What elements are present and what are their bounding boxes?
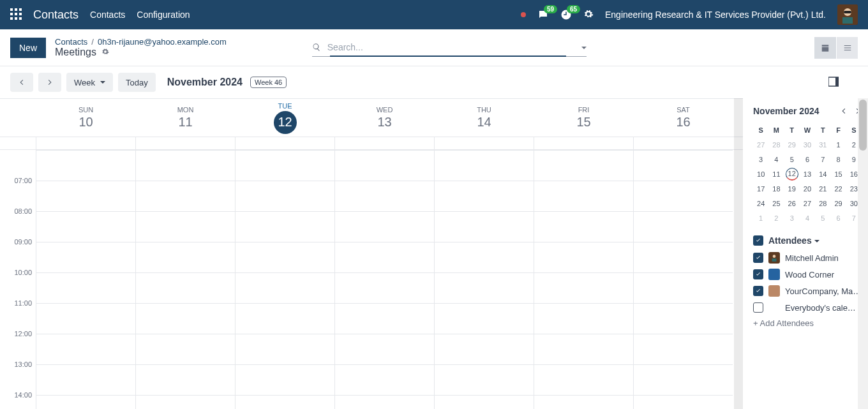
time-cell[interactable] — [334, 272, 434, 303]
search-options-dropdown[interactable] — [579, 43, 587, 52]
time-cell[interactable] — [534, 303, 633, 334]
day-header[interactable]: FRI15 — [534, 99, 633, 137]
time-cell[interactable] — [36, 272, 135, 303]
time-cell[interactable] — [334, 242, 434, 272]
add-attendees[interactable]: + Add Attendees — [753, 318, 862, 328]
time-cell[interactable] — [434, 272, 534, 303]
allday-cell[interactable] — [633, 137, 733, 149]
attendees-header[interactable]: Attendees — [753, 235, 862, 246]
time-cell[interactable] — [434, 242, 534, 272]
time-cell[interactable] — [334, 334, 434, 364]
time-cell[interactable] — [633, 181, 733, 211]
time-cell[interactable] — [633, 211, 733, 242]
day-header[interactable]: SAT16 — [633, 99, 733, 137]
time-cell[interactable] — [534, 272, 633, 303]
attendee-row[interactable]: Wood Corner — [753, 269, 862, 280]
time-cell[interactable] — [534, 150, 633, 181]
company-name[interactable]: Engineering Research & IT Services Provi… — [605, 10, 826, 20]
mini-day[interactable]: 22 — [830, 181, 846, 196]
time-cell[interactable] — [235, 364, 334, 395]
mini-day[interactable]: 29 — [784, 137, 800, 152]
mini-day[interactable]: 26 — [784, 196, 800, 211]
mini-day[interactable]: 24 — [753, 196, 768, 211]
time-cell[interactable] — [135, 334, 235, 364]
time-cell[interactable] — [334, 150, 434, 181]
messages-icon[interactable]: 59 — [537, 9, 549, 20]
mini-day[interactable]: 1 — [830, 137, 846, 152]
mini-day[interactable]: 7 — [815, 152, 830, 167]
today-button[interactable]: Today — [118, 73, 156, 92]
mini-day[interactable]: 13 — [800, 167, 815, 181]
time-cell[interactable] — [135, 211, 235, 242]
mini-day[interactable]: 4 — [800, 211, 815, 225]
time-cell[interactable] — [235, 211, 334, 242]
nav-contacts[interactable]: Contacts — [90, 10, 125, 20]
attendee-checkbox[interactable] — [753, 253, 763, 263]
time-cell[interactable] — [633, 395, 733, 409]
page-scrollbar[interactable] — [858, 98, 868, 409]
time-cell[interactable] — [334, 364, 434, 395]
time-cell[interactable] — [633, 364, 733, 395]
mini-day[interactable]: 19 — [784, 181, 800, 196]
mini-day[interactable]: 3 — [753, 152, 768, 167]
time-cell[interactable] — [235, 272, 334, 303]
time-cell[interactable] — [534, 181, 633, 211]
time-cell[interactable] — [434, 303, 534, 334]
time-grid[interactable]: 07:0008:0009:0010:0011:0012:0013:0014:00 — [0, 150, 743, 409]
mini-day[interactable]: 10 — [753, 167, 768, 181]
time-cell[interactable] — [235, 395, 334, 409]
day-header[interactable]: THU14 — [434, 99, 534, 137]
time-cell[interactable] — [434, 395, 534, 409]
time-cell[interactable] — [434, 150, 534, 181]
time-cell[interactable] — [334, 395, 434, 409]
time-cell[interactable] — [36, 181, 135, 211]
time-cell[interactable] — [633, 242, 733, 272]
attendee-row[interactable]: Everybody's cale… — [753, 302, 862, 313]
time-cell[interactable] — [534, 242, 633, 272]
gear-icon[interactable] — [583, 9, 594, 21]
time-cell[interactable] — [135, 364, 235, 395]
time-cell[interactable] — [135, 181, 235, 211]
allday-cell[interactable] — [235, 137, 334, 149]
time-cell[interactable] — [534, 211, 633, 242]
mini-day[interactable]: 2 — [768, 211, 784, 225]
breadcrumb-root[interactable]: Contacts — [55, 37, 87, 47]
search-input[interactable] — [327, 38, 570, 56]
attendee-row[interactable]: Mitchell Admin — [753, 252, 862, 264]
time-cell[interactable] — [534, 395, 633, 409]
time-cell[interactable] — [36, 150, 135, 181]
mini-day[interactable]: 15 — [830, 167, 846, 181]
attendee-checkbox[interactable] — [753, 302, 763, 313]
time-cell[interactable] — [235, 150, 334, 181]
mini-day[interactable]: 30 — [800, 137, 815, 152]
time-cell[interactable] — [334, 211, 434, 242]
mini-day[interactable]: 5 — [815, 211, 830, 225]
time-cell[interactable] — [633, 303, 733, 334]
time-cell[interactable] — [135, 303, 235, 334]
scrollbar[interactable] — [734, 98, 743, 409]
gear-icon[interactable] — [101, 48, 109, 57]
nav-configuration[interactable]: Configuration — [137, 10, 190, 20]
day-header[interactable]: SUN10 — [36, 99, 135, 137]
apps-icon[interactable] — [10, 8, 22, 22]
new-button[interactable]: New — [10, 38, 46, 58]
mini-day[interactable]: 17 — [753, 181, 768, 196]
allday-cell[interactable] — [434, 137, 534, 149]
time-cell[interactable] — [36, 211, 135, 242]
app-brand[interactable]: Contacts — [33, 8, 79, 22]
time-cell[interactable] — [235, 334, 334, 364]
time-cell[interactable] — [434, 181, 534, 211]
mini-day[interactable]: 1 — [753, 211, 768, 225]
time-cell[interactable] — [135, 272, 235, 303]
mini-day[interactable]: 11 — [768, 167, 784, 181]
user-avatar[interactable] — [837, 4, 858, 25]
list-view-button[interactable] — [836, 37, 858, 59]
next-button[interactable] — [38, 73, 61, 92]
attendee-checkbox[interactable] — [753, 269, 763, 279]
mini-day[interactable]: 3 — [784, 211, 800, 225]
time-cell[interactable] — [36, 303, 135, 334]
mini-day[interactable]: 21 — [815, 181, 830, 196]
mini-day[interactable]: 27 — [800, 196, 815, 211]
allday-cell[interactable] — [534, 137, 633, 149]
time-cell[interactable] — [235, 303, 334, 334]
